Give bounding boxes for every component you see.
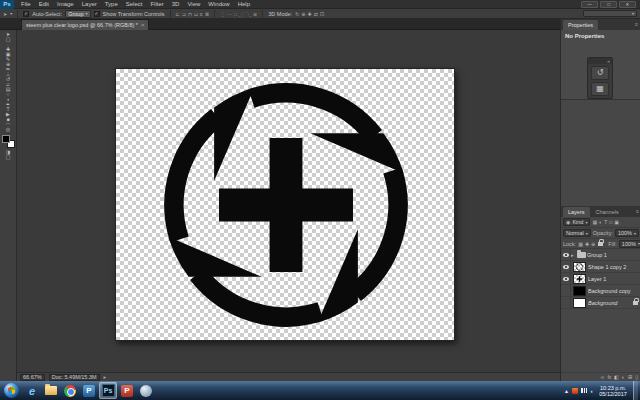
document-canvas[interactable]	[115, 68, 455, 341]
layer-style-icon[interactable]: fx	[607, 374, 611, 380]
menu-view[interactable]: View	[183, 0, 204, 9]
filter-shape-icon[interactable]: □	[609, 219, 612, 225]
auto-select-dropdown[interactable]: Group ▾	[65, 10, 90, 18]
distribute-bottom-icon[interactable]: ∷	[234, 10, 237, 18]
filter-adjustment-icon[interactable]: ◐	[599, 219, 602, 225]
show-transform-checkbox[interactable]: ✓	[94, 11, 100, 17]
workspace-dropdown[interactable]: ▾	[583, 10, 637, 17]
tab-close-icon[interactable]: ×	[141, 22, 145, 28]
canvas-pasteboard[interactable]	[17, 30, 560, 372]
taskbar-clock[interactable]: 10:23 p.m. 05/12/2017	[596, 385, 630, 397]
link-layers-icon[interactable]: ∞	[601, 374, 605, 380]
move-tool-icon[interactable]: ➤	[3, 10, 7, 18]
delete-layer-icon[interactable]: ▯	[635, 374, 638, 380]
3d-roll-icon[interactable]: ⊕	[301, 10, 305, 18]
menu-image[interactable]: Image	[53, 0, 78, 9]
screen-mode-button[interactable]: ▢	[2, 155, 15, 160]
tool-preset-caret-icon[interactable]: ▾	[10, 11, 12, 16]
taskbar-internet-explorer[interactable]: e	[23, 382, 41, 399]
menu-layer[interactable]: Layer	[78, 0, 101, 9]
layer-row-layer1[interactable]: Layer 1	[561, 273, 640, 285]
lock-pixels-icon[interactable]: ⊕	[591, 241, 595, 247]
menu-file[interactable]: File	[17, 0, 35, 9]
3d-rotate-icon[interactable]: ↻	[295, 10, 299, 18]
distribute-left-icon[interactable]: ⋰	[239, 10, 244, 18]
group-expander-icon[interactable]: ▸	[571, 252, 576, 258]
lock-all-icon[interactable]	[598, 242, 603, 246]
close-button[interactable]: ✕	[619, 1, 636, 8]
collapse-panels-icon[interactable]: «	[588, 58, 612, 64]
menu-type[interactable]: Type	[101, 0, 122, 9]
3d-slide-icon[interactable]: ⇄	[314, 10, 318, 18]
visibility-cell[interactable]	[561, 285, 571, 297]
snapshot-icon[interactable]: ▦	[591, 82, 609, 96]
foreground-color-swatch[interactable]	[2, 135, 10, 143]
taskbar-office-red-app[interactable]: P	[118, 382, 136, 399]
visibility-cell[interactable]	[561, 249, 571, 261]
filter-pixel-icon[interactable]: ▦	[592, 219, 597, 225]
filter-kind-dropdown[interactable]: ◉ Kind ▾	[563, 218, 590, 226]
taskbar-chrome[interactable]	[61, 382, 79, 399]
taskbar-photoshop-active[interactable]: Ps	[99, 382, 117, 399]
align-top-icon[interactable]: ⊓	[188, 10, 192, 18]
antivirus-icon[interactable]	[572, 388, 578, 394]
new-layer-icon[interactable]: ⊞	[628, 374, 632, 380]
status-flyout-icon[interactable]: ▸	[104, 374, 107, 380]
filter-smartobject-icon[interactable]: ▣	[614, 219, 619, 225]
lock-transparency-icon[interactable]: ▦	[578, 241, 583, 247]
layer-mask-icon[interactable]: ◧	[614, 374, 619, 380]
tray-expand-icon[interactable]: ▲	[564, 388, 569, 394]
distribute-right-icon[interactable]: ≋	[253, 10, 257, 18]
layer-thumbnail[interactable]	[573, 286, 586, 296]
menu-edit[interactable]: Edit	[35, 0, 53, 9]
align-center-icon[interactable]: ≡	[200, 10, 203, 18]
layer-thumbnail[interactable]	[573, 262, 586, 272]
menu-filter[interactable]: Filter	[146, 0, 167, 9]
menu-select[interactable]: Select	[122, 0, 147, 9]
layer-thumbnail[interactable]	[573, 274, 586, 284]
distribute-center-icon[interactable]: ⋱	[246, 10, 251, 18]
filter-type-icon[interactable]: T	[604, 219, 607, 225]
layer-row-group1[interactable]: ▸ Group 1	[561, 249, 640, 261]
layer-row-shape1copy2[interactable]: Shape 1 copy 2	[561, 261, 640, 273]
start-button[interactable]	[4, 383, 19, 398]
document-tab[interactable]: steem plus clear logo.psd @ 66.7% (RGB/8…	[21, 19, 149, 30]
visibility-cell[interactable]	[561, 297, 571, 309]
layer-row-background-copy[interactable]: Background copy	[561, 285, 640, 297]
volume-icon[interactable]: ◖	[590, 388, 593, 394]
menu-3d[interactable]: 3D	[168, 0, 184, 9]
align-right-icon[interactable]: ⊐	[182, 10, 186, 18]
3d-scale-icon[interactable]: ⊡	[320, 10, 324, 18]
menu-help[interactable]: Help	[234, 0, 254, 9]
blend-mode-dropdown[interactable]: Normal ▾	[563, 229, 591, 237]
minimize-button[interactable]: —	[581, 1, 598, 8]
show-desktop-button[interactable]	[633, 381, 638, 400]
zoom-tool[interactable]: ◎	[2, 127, 15, 132]
opacity-dropdown[interactable]: 100% ▾	[615, 229, 639, 237]
taskbar-office-blue-app[interactable]: P	[80, 382, 98, 399]
visibility-cell[interactable]	[561, 273, 571, 285]
auto-select-checkbox[interactable]: ✓	[23, 11, 29, 17]
align-left-icon[interactable]: ⊏	[176, 10, 180, 18]
zoom-level-field[interactable]: 66.67%	[20, 374, 45, 381]
fill-dropdown[interactable]: 100% ▾	[619, 240, 640, 248]
taskbar-generic-app[interactable]	[137, 382, 155, 399]
lock-position-icon[interactable]: ✚	[585, 241, 589, 247]
panel-menu-icon[interactable]: ≡	[635, 21, 638, 27]
network-icon[interactable]	[581, 388, 587, 393]
distribute-top-icon[interactable]: ⋮	[220, 10, 225, 18]
layer-row-background[interactable]: Background	[561, 297, 640, 309]
tab-properties[interactable]: Properties	[563, 20, 598, 30]
distribute-middle-icon[interactable]: ⋯	[227, 10, 232, 18]
tab-layers[interactable]: Layers	[563, 207, 590, 217]
3d-drag-icon[interactable]: ✚	[308, 10, 312, 18]
adjustment-layer-icon[interactable]: ◐	[622, 374, 625, 380]
taskbar-file-explorer[interactable]	[42, 382, 60, 399]
panel-menu-icon[interactable]: ≡	[636, 208, 639, 214]
menu-window[interactable]: Window	[204, 0, 233, 9]
tab-channels[interactable]: Channels	[591, 207, 624, 217]
layer-thumbnail[interactable]	[573, 298, 586, 308]
restore-button[interactable]: □	[600, 1, 617, 8]
history-icon[interactable]: ↺	[591, 66, 609, 80]
align-middle-icon[interactable]: ≣	[205, 10, 209, 18]
